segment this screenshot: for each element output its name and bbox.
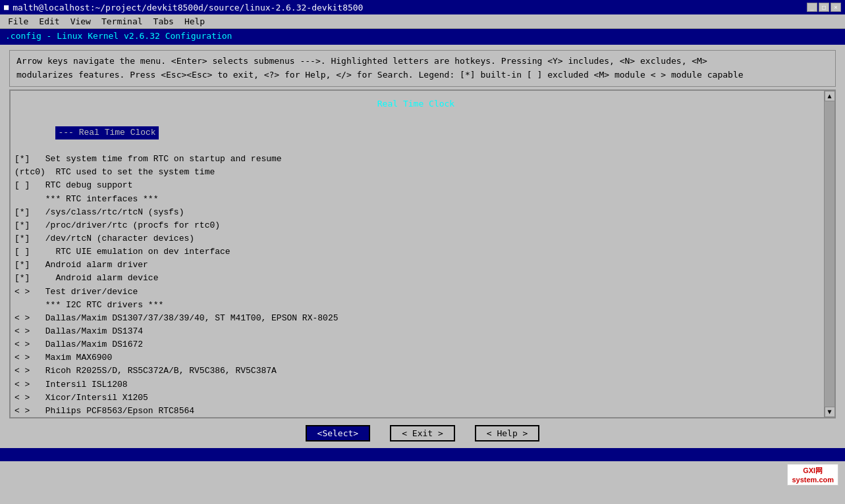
scroll-down-arrow[interactable]: ▼ [825,407,835,417]
menu-view[interactable]: View [65,16,96,27]
watermark: GXI网system.com [787,464,838,486]
help-button[interactable]: < Help > [475,425,540,441]
menu-item: [ ] RTC debug support [14,179,817,192]
menu-item: < > Dallas/Maxim DS1307/37/38/39/40, ST … [14,312,817,325]
terminal-body: Arrow keys navigate the menu. <Enter> se… [0,45,845,448]
menu-header-title: Real Time Clock [14,97,817,111]
menu-item: < > Philips PCF8563/Epson RTC8564 [14,405,817,418]
status-bar [0,448,845,461]
menu-item: < > Maxim MAX6900 [14,351,817,365]
info-line1: Arrow keys navigate the menu. <Enter> se… [16,55,829,68]
menu-item: < > Dallas/Maxim DS1374 [14,325,817,338]
menu-item: *** RTC interfaces *** [14,193,817,206]
maximize-button[interactable]: □ [819,3,829,12]
info-box: Arrow keys navigate the menu. <Enter> se… [9,50,836,87]
selected-menu-title: --- Real Time Clock [14,113,817,153]
scrollbar[interactable]: ▲ ▼ [824,91,834,417]
menu-item: [*] Android alarm driver [14,259,817,272]
menu-item: < > Test driver/device [14,286,817,299]
menu-tabs[interactable]: Tabs [148,16,179,27]
menu-item: < > Ricoh R2025S/D, RS5C372A/B, RV5C386,… [14,365,817,378]
app-icon: ■ [4,3,9,12]
menu-item: [*] Set system time from RTC on startup … [14,153,817,166]
selected-title-text: --- Real Time Clock [55,126,158,139]
config-title: .config - Linux Kernel v2.6.32 Configura… [5,31,232,41]
minimize-button[interactable]: _ [807,3,817,12]
close-button[interactable]: × [831,3,841,12]
menu-content: Real Time Clock --- Real Time Clock [*] … [14,97,831,418]
menu-help[interactable]: Help [179,16,210,27]
titlebar-left: ■ malth@localhost:~/project/devkit8500d/… [4,3,363,13]
menu-item: < > Philips PCF8583 [14,418,817,418]
menu-terminal[interactable]: Terminal [96,16,148,27]
menu-item: *** I2C RTC drivers *** [14,299,817,312]
scroll-up-arrow[interactable]: ▲ [825,91,835,101]
bottom-button-bar: <Select> < Exit > < Help > [9,421,836,445]
menubar: File Edit View Terminal Tabs Help [0,14,845,29]
menu-item: [*] /sys/class/rtc/rtcN (sysfs) [14,206,817,219]
menu-item: [*] /proc/driver/rtc (procfs for rtc0) [14,219,817,232]
config-bar: .config - Linux Kernel v2.6.32 Configura… [0,29,845,45]
exit-button[interactable]: < Exit > [390,425,455,441]
menu-item: [ ] RTC UIE emulation on dev interface [14,245,817,259]
content-area: Real Time Clock --- Real Time Clock [*] … [9,89,836,418]
menu-item: (rtc0) RTC used to set the system time [14,166,817,179]
select-button[interactable]: <Select> [306,425,371,441]
menu-items-list: [*] Set system time from RTC on startup … [14,153,817,418]
menu-item: [*] Android alarm device [14,272,817,285]
menu-item: < > Xicor/Intersil X1205 [14,391,817,405]
menu-edit[interactable]: Edit [34,16,65,27]
window-title: malth@localhost:~/project/devkit8500d/so… [13,3,363,13]
menu-item: < > Dallas/Maxim DS1672 [14,338,817,351]
info-line2: modularizes features. Press <Esc><Esc> t… [16,68,829,82]
menu-item: < > Intersil ISL1208 [14,378,817,391]
scroll-track[interactable] [825,101,834,407]
menu-file[interactable]: File [3,16,34,27]
titlebar-controls: _ □ × [807,3,841,12]
titlebar: ■ malth@localhost:~/project/devkit8500d/… [0,0,845,14]
menu-item: [*] /dev/rtcN (character devices) [14,232,817,245]
